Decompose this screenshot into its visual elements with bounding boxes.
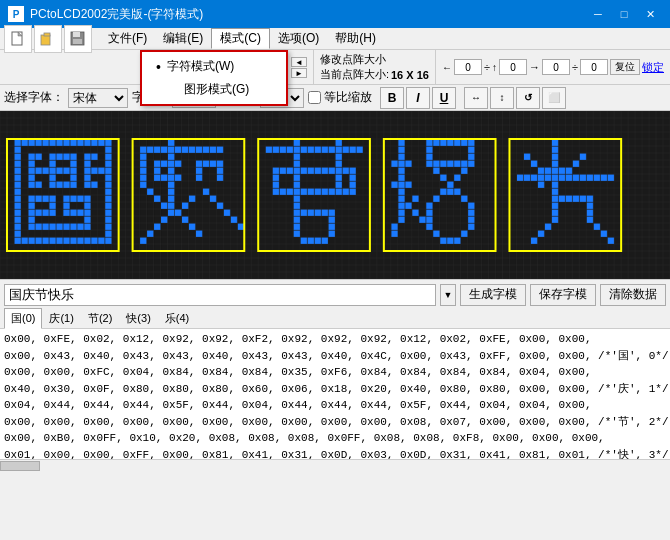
save-button[interactable] — [64, 25, 92, 53]
code-line: 0x01, 0x00, 0x00, 0xFF, 0x00, 0x81, 0x41… — [4, 447, 666, 460]
info-bar: 调整像素位置 ▲ ▼ ◄ ► 修改点阵大小 当前点阵大小: 16 X 16 ← … — [0, 50, 670, 85]
title-bar: P PCtoLCD2002完美版-(字符模式) ─ □ ✕ — [0, 0, 670, 28]
menu-bar: 文件(F) 编辑(E) 模式(C) 选项(O) 帮助(H) — [0, 28, 670, 50]
svg-rect-5 — [73, 39, 82, 44]
code-line: 0x00, 0xFE, 0x02, 0x12, 0x92, 0x92, 0xF2… — [4, 331, 666, 348]
modify-size-label: 修改点阵大小 — [320, 52, 429, 67]
equal-scale-checkbox[interactable] — [308, 91, 321, 104]
minimize-button[interactable]: ─ — [586, 4, 610, 24]
equal-scale-label: 等比缩放 — [308, 89, 372, 106]
mode-dropdown: • 字符模式(W) 图形模式(G) — [140, 50, 288, 106]
menu-file[interactable]: 文件(F) — [100, 28, 155, 49]
spinner-x[interactable] — [454, 59, 482, 75]
new-icon — [10, 31, 26, 47]
save-icon — [70, 31, 86, 47]
flip-h-button[interactable]: ↔ — [464, 87, 488, 109]
app-icon: P — [8, 6, 24, 22]
graphic-mode-item[interactable]: 图形模式(G) — [142, 78, 286, 101]
char-mode-item[interactable]: • 字符模式(W) — [142, 55, 286, 78]
horizontal-scrollbar[interactable] — [0, 459, 670, 471]
code-area[interactable]: 0x00, 0xFE, 0x02, 0x12, 0x92, 0x92, 0xF2… — [0, 329, 670, 459]
window-controls: ─ □ ✕ — [586, 4, 662, 24]
flip-v-button[interactable]: ↕ — [490, 87, 514, 109]
spinner-y[interactable] — [499, 59, 527, 75]
tab-jie[interactable]: 节(2) — [81, 308, 119, 329]
bold-button[interactable]: B — [380, 87, 404, 109]
invert-button[interactable]: ⬜ — [542, 87, 566, 109]
menu-options[interactable]: 选项(O) — [270, 28, 327, 49]
title-text: PCtoLCD2002完美版-(字符模式) — [30, 6, 586, 23]
font-select-row: 选择字体： 宋体 字宽： 16 字高： 16 等比缩放 B I U ↔ ↕ ↺ … — [0, 85, 670, 111]
reset-button[interactable]: 复位 — [610, 59, 640, 75]
code-line: 0x04, 0x44, 0x44, 0x44, 0x5F, 0x44, 0x04… — [4, 397, 666, 414]
tab-kuai[interactable]: 快(3) — [119, 308, 157, 329]
open-button[interactable] — [34, 25, 62, 53]
svg-rect-1 — [41, 35, 50, 45]
maximize-button[interactable]: □ — [612, 4, 636, 24]
scroll-thumb[interactable] — [0, 461, 40, 471]
code-line: 0x00, 0x00, 0xFC, 0x04, 0x84, 0x84, 0x84… — [4, 364, 666, 381]
code-line: 0x40, 0x30, 0x0F, 0x80, 0x80, 0x80, 0x60… — [4, 381, 666, 398]
menu-edit[interactable]: 编辑(E) — [155, 28, 211, 49]
menu-help[interactable]: 帮助(H) — [327, 28, 384, 49]
underline-button[interactable]: U — [432, 87, 456, 109]
code-line: 0x00, 0xB0, 0x0FF, 0x10, 0x20, 0x08, 0x0… — [4, 430, 666, 447]
tab-bar: 国(0) 庆(1) 节(2) 快(3) 乐(4) — [0, 309, 670, 329]
graphic-mode-label: 图形模式(G) — [184, 81, 249, 98]
pixel-canvas-container — [0, 111, 670, 279]
code-line: 0x00, 0x43, 0x40, 0x43, 0x43, 0x40, 0x43… — [4, 348, 666, 365]
tab-qing[interactable]: 庆(1) — [42, 308, 80, 329]
size-label: 当前点阵大小: — [320, 67, 389, 82]
spinner-w[interactable] — [542, 59, 570, 75]
app-window: P PCtoLCD2002完美版-(字符模式) ─ □ ✕ 文 — [0, 0, 670, 471]
svg-rect-4 — [73, 32, 80, 37]
rotate-button[interactable]: ↺ — [516, 87, 540, 109]
generate-btn[interactable]: 生成字模 — [460, 284, 526, 306]
font-select[interactable]: 宋体 — [68, 88, 128, 108]
char-mode-label: 字符模式(W) — [167, 58, 234, 75]
code-line: 0x00, 0x00, 0x00, 0x00, 0x00, 0x00, 0x00… — [4, 414, 666, 431]
size-value: 16 X 16 — [391, 69, 429, 81]
spinner-label-1: ← — [442, 62, 452, 73]
text-input[interactable] — [4, 284, 436, 306]
tab-guo[interactable]: 国(0) — [4, 308, 42, 329]
pixel-left-btn[interactable]: ◄ — [291, 57, 307, 67]
spinner-sep3: ÷ — [572, 61, 578, 73]
spinner-sep: ÷ — [484, 61, 490, 73]
lock-label: 锁定 — [642, 60, 664, 75]
spinner-label-2: ↑ — [492, 62, 497, 73]
pixel-canvas[interactable] — [0, 111, 670, 279]
clear-btn[interactable]: 清除数据 — [600, 284, 666, 306]
pixel-right-btn[interactable]: ► — [291, 68, 307, 78]
combo-dropdown-btn[interactable]: ▼ — [440, 284, 456, 306]
save-font-btn[interactable]: 保存字模 — [530, 284, 596, 306]
svg-rect-2 — [44, 33, 50, 36]
spinner-sep2: → — [529, 61, 540, 73]
char-mode-bullet: • — [156, 59, 161, 75]
tab-le[interactable]: 乐(4) — [158, 308, 196, 329]
svg-rect-0 — [12, 32, 22, 45]
font-label: 选择字体： — [4, 89, 64, 106]
bottom-controls: ▼ 生成字模 保存字模 清除数据 — [0, 279, 670, 309]
new-button[interactable] — [4, 25, 32, 53]
spinner-h[interactable] — [580, 59, 608, 75]
italic-button[interactable]: I — [406, 87, 430, 109]
open-icon — [40, 31, 56, 47]
menu-mode[interactable]: 模式(C) — [211, 28, 270, 49]
close-button[interactable]: ✕ — [638, 4, 662, 24]
